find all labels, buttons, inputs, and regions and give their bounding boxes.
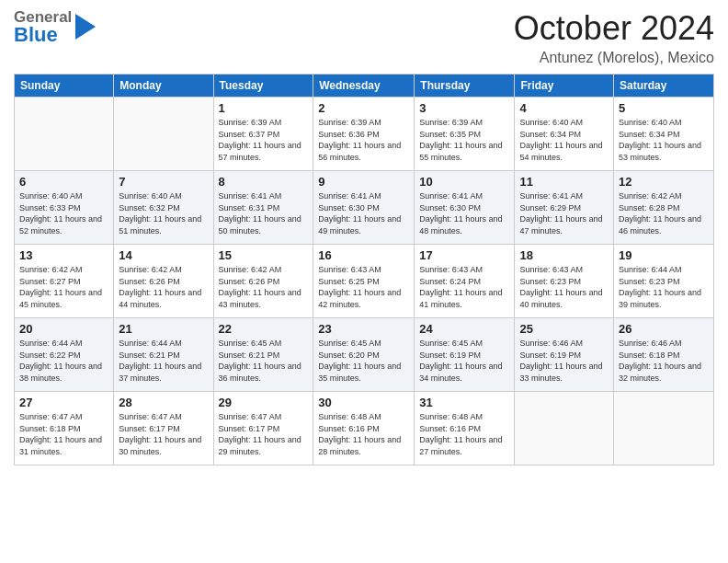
calendar-header-row: SundayMondayTuesdayWednesdayThursdayFrid…	[15, 75, 714, 98]
calendar-day-23: 23Sunrise: 6:45 AM Sunset: 6:20 PM Dayli…	[313, 318, 415, 392]
calendar-header-sunday: Sunday	[15, 75, 114, 98]
day-number: 29	[219, 396, 309, 409]
calendar-day-empty	[15, 98, 114, 171]
day-number: 25	[519, 322, 609, 336]
calendar-day-21: 21Sunrise: 6:44 AM Sunset: 6:21 PM Dayli…	[114, 318, 213, 392]
location: Antunez (Morelos), Mexico	[514, 50, 714, 66]
calendar-day-26: 26Sunrise: 6:46 AM Sunset: 6:18 PM Dayli…	[614, 318, 714, 392]
day-info: Sunrise: 6:39 AM Sunset: 6:37 PM Dayligh…	[219, 117, 309, 163]
calendar-day-12: 12Sunrise: 6:42 AM Sunset: 6:28 PM Dayli…	[614, 171, 714, 245]
day-number: 23	[318, 322, 409, 336]
calendar-body: 1Sunrise: 6:39 AM Sunset: 6:37 PM Daylig…	[15, 98, 714, 465]
day-number: 5	[619, 101, 709, 115]
calendar-day-4: 4Sunrise: 6:40 AM Sunset: 6:34 PM Daylig…	[515, 98, 614, 171]
day-number: 22	[219, 322, 309, 336]
calendar-day-20: 20Sunrise: 6:44 AM Sunset: 6:22 PM Dayli…	[15, 318, 114, 392]
day-number: 27	[19, 396, 108, 409]
calendar-day-7: 7Sunrise: 6:40 AM Sunset: 6:32 PM Daylig…	[114, 171, 213, 245]
logo-blue-text: Blue	[14, 25, 72, 45]
day-number: 7	[119, 175, 208, 189]
day-info: Sunrise: 6:46 AM Sunset: 6:19 PM Dayligh…	[519, 338, 609, 384]
day-info: Sunrise: 6:47 AM Sunset: 6:17 PM Dayligh…	[219, 411, 309, 457]
logo: General Blue	[14, 9, 96, 45]
calendar-day-17: 17Sunrise: 6:43 AM Sunset: 6:24 PM Dayli…	[415, 245, 515, 318]
calendar-header-friday: Friday	[515, 75, 614, 98]
day-number: 13	[19, 248, 108, 262]
day-info: Sunrise: 6:41 AM Sunset: 6:29 PM Dayligh…	[519, 190, 609, 236]
calendar-header-wednesday: Wednesday	[313, 75, 415, 98]
calendar-week-row: 13Sunrise: 6:42 AM Sunset: 6:27 PM Dayli…	[15, 245, 714, 318]
day-number: 3	[419, 101, 509, 115]
calendar-week-row: 6Sunrise: 6:40 AM Sunset: 6:33 PM Daylig…	[15, 171, 714, 245]
day-number: 20	[19, 322, 108, 336]
day-number: 15	[219, 248, 309, 262]
calendar-day-5: 5Sunrise: 6:40 AM Sunset: 6:34 PM Daylig…	[614, 98, 714, 171]
calendar-week-row: 20Sunrise: 6:44 AM Sunset: 6:22 PM Dayli…	[15, 318, 714, 392]
day-info: Sunrise: 6:48 AM Sunset: 6:16 PM Dayligh…	[419, 411, 509, 457]
day-info: Sunrise: 6:47 AM Sunset: 6:18 PM Dayligh…	[19, 411, 108, 457]
calendar-day-15: 15Sunrise: 6:42 AM Sunset: 6:26 PM Dayli…	[213, 245, 313, 318]
day-info: Sunrise: 6:45 AM Sunset: 6:19 PM Dayligh…	[419, 338, 509, 384]
day-number: 1	[219, 101, 309, 115]
header: General Blue October 2024 Antunez (Morel…	[14, 9, 714, 66]
day-info: Sunrise: 6:44 AM Sunset: 6:22 PM Dayligh…	[19, 338, 108, 384]
calendar-header-saturday: Saturday	[614, 75, 714, 98]
day-info: Sunrise: 6:45 AM Sunset: 6:20 PM Dayligh…	[318, 338, 409, 384]
calendar-day-31: 31Sunrise: 6:48 AM Sunset: 6:16 PM Dayli…	[415, 392, 515, 465]
calendar-day-19: 19Sunrise: 6:44 AM Sunset: 6:23 PM Dayli…	[614, 245, 714, 318]
day-number: 12	[619, 175, 709, 189]
day-info: Sunrise: 6:42 AM Sunset: 6:26 PM Dayligh…	[219, 264, 309, 310]
calendar-day-10: 10Sunrise: 6:41 AM Sunset: 6:30 PM Dayli…	[415, 171, 515, 245]
day-info: Sunrise: 6:43 AM Sunset: 6:23 PM Dayligh…	[519, 264, 609, 310]
day-number: 2	[318, 101, 409, 115]
title-section: October 2024 Antunez (Morelos), Mexico	[514, 9, 714, 66]
day-number: 24	[419, 322, 509, 336]
day-number: 9	[318, 175, 409, 189]
calendar-day-18: 18Sunrise: 6:43 AM Sunset: 6:23 PM Dayli…	[515, 245, 614, 318]
calendar-day-30: 30Sunrise: 6:48 AM Sunset: 6:16 PM Dayli…	[313, 392, 415, 465]
day-info: Sunrise: 6:40 AM Sunset: 6:32 PM Dayligh…	[119, 190, 208, 236]
day-number: 31	[419, 396, 509, 409]
day-number: 14	[119, 248, 208, 262]
day-info: Sunrise: 6:48 AM Sunset: 6:16 PM Dayligh…	[318, 411, 409, 457]
day-number: 8	[219, 175, 309, 189]
day-number: 10	[419, 175, 509, 189]
day-info: Sunrise: 6:46 AM Sunset: 6:18 PM Dayligh…	[619, 338, 709, 384]
calendar-day-1: 1Sunrise: 6:39 AM Sunset: 6:37 PM Daylig…	[213, 98, 313, 171]
day-info: Sunrise: 6:39 AM Sunset: 6:36 PM Dayligh…	[318, 117, 409, 163]
month-year: October 2024	[514, 9, 714, 48]
calendar-day-28: 28Sunrise: 6:47 AM Sunset: 6:17 PM Dayli…	[114, 392, 213, 465]
logo-image: General Blue	[14, 9, 96, 45]
day-info: Sunrise: 6:45 AM Sunset: 6:21 PM Dayligh…	[219, 338, 309, 384]
day-info: Sunrise: 6:42 AM Sunset: 6:27 PM Dayligh…	[19, 264, 108, 310]
calendar-day-24: 24Sunrise: 6:45 AM Sunset: 6:19 PM Dayli…	[415, 318, 515, 392]
day-info: Sunrise: 6:40 AM Sunset: 6:34 PM Dayligh…	[519, 117, 609, 163]
day-number: 4	[519, 101, 609, 115]
day-info: Sunrise: 6:43 AM Sunset: 6:25 PM Dayligh…	[318, 264, 409, 310]
day-info: Sunrise: 6:42 AM Sunset: 6:26 PM Dayligh…	[119, 264, 208, 310]
day-number: 21	[119, 322, 208, 336]
day-info: Sunrise: 6:41 AM Sunset: 6:30 PM Dayligh…	[419, 190, 509, 236]
calendar-day-6: 6Sunrise: 6:40 AM Sunset: 6:33 PM Daylig…	[15, 171, 114, 245]
calendar-day-9: 9Sunrise: 6:41 AM Sunset: 6:30 PM Daylig…	[313, 171, 415, 245]
calendar-header-monday: Monday	[114, 75, 213, 98]
day-info: Sunrise: 6:41 AM Sunset: 6:30 PM Dayligh…	[318, 190, 409, 236]
calendar-day-empty	[614, 392, 714, 465]
calendar-day-25: 25Sunrise: 6:46 AM Sunset: 6:19 PM Dayli…	[515, 318, 614, 392]
calendar-day-3: 3Sunrise: 6:39 AM Sunset: 6:35 PM Daylig…	[415, 98, 515, 171]
calendar-day-11: 11Sunrise: 6:41 AM Sunset: 6:29 PM Dayli…	[515, 171, 614, 245]
calendar-day-empty	[515, 392, 614, 465]
calendar-day-8: 8Sunrise: 6:41 AM Sunset: 6:31 PM Daylig…	[213, 171, 313, 245]
day-number: 16	[318, 248, 409, 262]
day-info: Sunrise: 6:41 AM Sunset: 6:31 PM Dayligh…	[219, 190, 309, 236]
day-info: Sunrise: 6:44 AM Sunset: 6:23 PM Dayligh…	[619, 264, 709, 310]
calendar-day-16: 16Sunrise: 6:43 AM Sunset: 6:25 PM Dayli…	[313, 245, 415, 318]
calendar-day-empty	[114, 98, 213, 171]
day-info: Sunrise: 6:47 AM Sunset: 6:17 PM Dayligh…	[119, 411, 208, 457]
calendar-day-27: 27Sunrise: 6:47 AM Sunset: 6:18 PM Dayli…	[15, 392, 114, 465]
calendar-header-thursday: Thursday	[415, 75, 515, 98]
day-number: 30	[318, 396, 409, 409]
calendar-day-29: 29Sunrise: 6:47 AM Sunset: 6:17 PM Dayli…	[213, 392, 313, 465]
day-info: Sunrise: 6:42 AM Sunset: 6:28 PM Dayligh…	[619, 190, 709, 236]
day-number: 19	[619, 248, 709, 262]
